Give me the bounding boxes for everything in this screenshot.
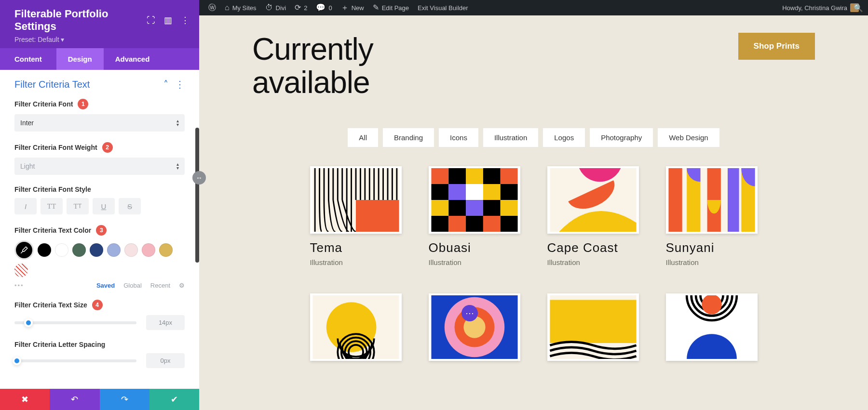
label-text-size: Filter Criteria Text Size (14, 301, 87, 309)
svg-rect-11 (483, 184, 500, 200)
palette-tab-recent[interactable]: Recent (150, 282, 170, 289)
portfolio-thumbnail (310, 293, 402, 361)
palette-settings-icon[interactable]: ⚙ (179, 282, 185, 289)
weight-select[interactable]: Light ▴▾ (14, 158, 185, 175)
preset-dropdown[interactable]: Preset: Default ▾ (14, 36, 190, 43)
wp-logo[interactable]: ⓦ (204, 0, 220, 15)
portfolio-thumbnail (666, 293, 758, 361)
section-header[interactable]: Filter Criteria Text ˄ ⋮ (14, 79, 185, 90)
wp-my-sites[interactable]: ⌂My Sites (220, 0, 261, 15)
swatch-white[interactable] (55, 243, 68, 257)
wp-comments[interactable]: 💬0 (312, 0, 336, 15)
swatch-green[interactable] (72, 243, 86, 257)
expand-icon[interactable]: ⛶ (147, 15, 155, 26)
wp-updates[interactable]: ⟳2 (290, 0, 312, 15)
svg-point-44 (702, 295, 721, 315)
svg-rect-7 (500, 168, 517, 184)
swatch-navy[interactable] (90, 243, 103, 257)
label-letter-spacing: Filter Criteria Letter Spacing (14, 341, 105, 348)
filter-photography[interactable]: Photography (590, 128, 653, 147)
swatch-gold[interactable] (159, 243, 173, 257)
select-caret-icon: ▴▾ (176, 162, 179, 170)
kebab-menu-icon[interactable]: ⋮ (181, 15, 190, 26)
portfolio-thumbnail (429, 166, 520, 234)
page-preview: Currently available Shop Prints All Bran… (199, 15, 868, 410)
svg-rect-22 (500, 216, 517, 232)
card-category: Illustration (547, 258, 639, 266)
swatch-black[interactable] (38, 243, 51, 257)
svg-rect-28 (728, 168, 739, 232)
palette-tab-global[interactable]: Global (123, 282, 142, 289)
label-weight: Filter Criteria Font Weight (14, 144, 97, 151)
card-title: Tema (310, 240, 402, 255)
letter-spacing-slider[interactable] (14, 359, 136, 362)
letter-spacing-value[interactable]: 0px (146, 353, 185, 368)
slider-thumb[interactable] (24, 318, 33, 327)
filter-branding[interactable]: Branding (383, 128, 434, 147)
card-title: Cape Coast (547, 240, 639, 255)
tab-content[interactable]: Content (0, 48, 56, 70)
color-swatches (14, 240, 185, 277)
svg-rect-5 (466, 168, 483, 184)
text-size-value[interactable]: 14px (146, 315, 185, 330)
filter-web-design[interactable]: Web Design (658, 128, 719, 147)
portfolio-thumbnail (429, 293, 520, 361)
portfolio-card[interactable] (666, 293, 758, 361)
swatch-periwinkle[interactable] (107, 243, 121, 257)
svg-rect-6 (483, 168, 500, 184)
style-strikethrough[interactable]: S (119, 198, 141, 214)
svg-rect-1 (356, 200, 399, 232)
section-menu-icon[interactable]: ⋮ (175, 79, 185, 90)
wp-site-name[interactable]: ⏱Divi (261, 0, 291, 15)
columns-icon[interactable]: ▥ (164, 15, 172, 26)
svg-rect-9 (448, 184, 466, 200)
module-hover-menu-icon[interactable]: ⋯ (461, 305, 478, 321)
swatch-pink[interactable] (142, 243, 155, 257)
save-button[interactable]: ✔ (149, 389, 199, 410)
tab-design[interactable]: Design (56, 48, 104, 70)
color-picker-eyedropper[interactable] (14, 240, 34, 260)
text-size-slider[interactable] (14, 321, 136, 324)
style-italic[interactable]: I (14, 198, 37, 214)
redo-button[interactable]: ↷ (100, 389, 149, 410)
style-uppercase[interactable]: TT (41, 198, 63, 214)
font-select[interactable]: Inter ▴▾ (14, 114, 185, 132)
cancel-button[interactable]: ✖ (0, 389, 50, 410)
shop-prints-button[interactable]: Shop Prints (738, 33, 815, 60)
style-smallcaps[interactable]: TT (67, 198, 89, 214)
portfolio-card[interactable] (310, 293, 402, 361)
chevron-up-icon[interactable]: ˄ (163, 79, 168, 90)
panel-scrollbar[interactable] (195, 128, 199, 263)
panel-resize-handle[interactable]: ↔ (192, 171, 206, 185)
style-underline[interactable]: U (93, 198, 115, 214)
filter-logos[interactable]: Logos (543, 128, 585, 147)
swatch-none[interactable] (14, 264, 28, 277)
wp-exit-visual-builder[interactable]: Exit Visual Builder (413, 0, 473, 15)
filter-illustration[interactable]: Illustration (483, 128, 538, 147)
undo-button[interactable]: ↶ (50, 389, 99, 410)
portfolio-card[interactable]: Obuasi Illustration (429, 166, 520, 266)
swatch-blush[interactable] (124, 243, 138, 257)
slider-thumb[interactable] (13, 357, 21, 365)
annotation-badge-4: 4 (92, 300, 103, 310)
more-swatches-icon[interactable]: ••• (14, 282, 24, 289)
filter-icons[interactable]: Icons (439, 128, 478, 147)
portfolio-card[interactable] (429, 293, 520, 361)
admin-search-icon[interactable]: 🔍 (851, 0, 866, 15)
portfolio-card[interactable]: Cape Coast Illustration (547, 166, 639, 266)
wp-new[interactable]: ＋New (337, 0, 368, 15)
svg-rect-15 (466, 200, 483, 216)
svg-rect-19 (448, 216, 466, 232)
portfolio-card[interactable] (547, 293, 639, 361)
filter-all[interactable]: All (348, 128, 378, 147)
portfolio-card[interactable]: Sunyani Illustration (666, 166, 758, 266)
font-select-value: Inter (20, 119, 34, 127)
panel-tabs: Content Design Advanced (0, 48, 199, 70)
svg-rect-13 (431, 200, 448, 216)
svg-rect-12 (500, 184, 517, 200)
palette-tab-saved[interactable]: Saved (96, 282, 115, 289)
annotation-badge-1: 1 (78, 99, 88, 109)
portfolio-card[interactable]: Tema Illustration (310, 166, 402, 266)
tab-advanced[interactable]: Advanced (104, 48, 162, 70)
wp-edit-page[interactable]: ✎Edit Page (368, 0, 413, 15)
